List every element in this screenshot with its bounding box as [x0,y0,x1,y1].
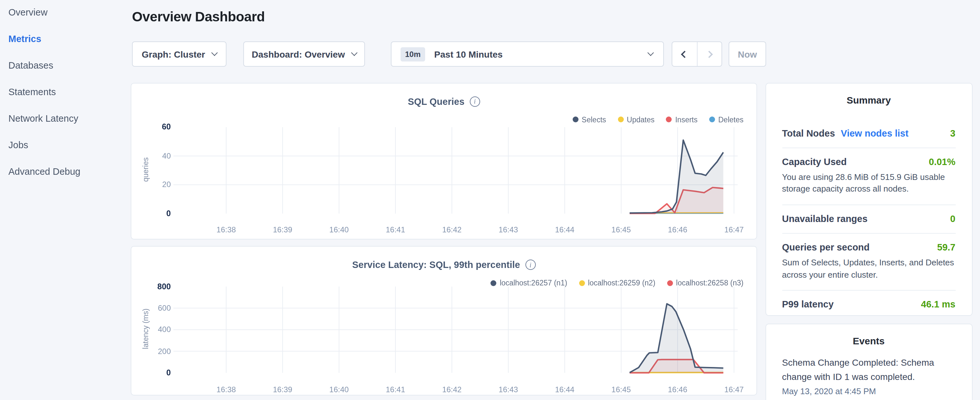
dashboard-label: Dashboard: Overview [252,49,345,59]
sidebar-item-network-latency[interactable]: Network Latency [8,114,131,123]
x-axis-tick: 16:39 [263,225,302,234]
summary-row-queries-per-second: Queries per second 59.7 Sum of Selects, … [782,233,955,290]
sidebar: Overview Metrics Databases Statements Ne… [0,0,131,400]
event-text: Schema Change Completed: Schema change w… [782,356,955,384]
summary-panel: Summary Total Nodes View nodes list 3 Ca… [765,83,972,316]
sidebar-nav: Overview Metrics Databases Statements Ne… [0,0,131,176]
chevron-left-icon [681,51,688,58]
summary-row-p99-latency: P99 latency 46.1 ms [782,290,955,319]
y-axis-tick: 20 [145,180,171,189]
x-axis-tick: 16:45 [602,225,641,234]
overview-dashboard-page: Overview Metrics Databases Statements Ne… [0,0,980,400]
summary-row-total-nodes: Total Nodes View nodes list 3 [782,120,955,147]
x-axis-tick: 16:42 [433,385,471,394]
page-title: Overview Dashboard [132,9,265,25]
sidebar-item-statements[interactable]: Statements [8,88,131,96]
x-axis-tick: 16:47 [715,225,754,234]
prev-range-button[interactable] [672,42,697,66]
summary-description: Sum of Selects, Updates, Inserts, and De… [782,257,955,281]
sidebar-item-jobs[interactable]: Jobs [8,140,131,150]
chart-canvas[interactable] [131,83,758,240]
summary-label: Total Nodes [782,128,835,138]
summary-label: P99 latency [782,300,834,310]
x-axis-tick: 16:40 [320,385,358,394]
service-latency-chart-card: Service Latency: SQL, 99th percentile i … [131,246,757,395]
y-axis-tick: 400 [145,325,171,334]
dashboard-dropdown[interactable]: Dashboard: Overview [243,41,365,67]
x-axis-tick: 16:39 [263,385,302,394]
y-axis-tick: 60 [145,122,171,131]
event-list-item[interactable]: Schema Change Completed: Schema change w… [782,356,955,397]
y-axis-tick: 800 [145,282,171,291]
summary-label: Capacity Used [782,156,847,167]
now-button[interactable]: Now [729,41,766,67]
x-axis-tick: 16:41 [376,385,415,394]
y-axis-tick: 600 [145,304,171,312]
summary-value: 0 [950,214,955,224]
x-axis-tick: 16:44 [545,225,584,234]
chevron-right-icon [706,51,713,58]
next-range-button[interactable] [697,42,721,66]
chart-canvas[interactable] [131,247,758,396]
summary-label: Queries per second [782,242,870,252]
y-axis-tick: 0 [145,368,171,377]
summary-value: 3 [950,128,955,138]
time-step-buttons [672,41,722,67]
y-axis-tick: 0 [145,209,171,218]
events-panel: Events Schema Change Completed: Schema c… [765,324,972,400]
time-range-label: Past 10 Minutes [434,49,503,59]
summary-value: 46.1 ms [921,300,955,310]
sidebar-item-metrics[interactable]: Metrics [8,34,131,43]
summary-title: Summary [782,94,955,105]
x-axis-tick: 16:43 [489,225,528,234]
summary-description: You are using 28.6 MiB of 515.9 GiB usab… [782,171,955,196]
graph-scope-label: Graph: Cluster [142,49,205,59]
summary-row-capacity-used: Capacity Used 0.01% You are using 28.6 M… [782,147,955,204]
time-range-badge: 10m [401,47,425,61]
sidebar-item-databases[interactable]: Databases [8,61,131,70]
x-axis-tick: 16:38 [207,385,245,394]
y-axis-tick: 40 [145,151,171,160]
x-axis-tick: 16:43 [489,385,528,394]
graph-scope-dropdown[interactable]: Graph: Cluster [132,41,226,67]
x-axis-tick: 16:42 [433,225,471,234]
x-axis-tick: 16:46 [658,385,697,394]
x-axis-tick: 16:47 [715,385,754,394]
summary-value: 0.01% [929,156,955,167]
chevron-down-icon [648,49,654,56]
chevron-down-icon [351,49,358,56]
x-axis-tick: 16:40 [320,225,358,234]
summary-label: Unavailable ranges [782,214,867,224]
sql-queries-chart-card: SQL Queries i SelectsUpdatesInsertsDelet… [131,83,757,239]
sidebar-item-overview[interactable]: Overview [8,8,131,17]
chevron-down-icon [211,49,218,56]
x-axis-tick: 16:38 [207,225,245,234]
summary-value: 59.7 [937,242,955,252]
event-timestamp: May 13, 2020 at 4:45 PM [782,387,955,397]
view-nodes-list-link[interactable]: View nodes list [841,128,908,138]
time-range-dropdown[interactable]: 10m Past 10 Minutes [391,41,664,67]
x-axis-tick: 16:44 [545,385,584,394]
sidebar-item-advanced-debug[interactable]: Advanced Debug [8,167,131,176]
controls-bar: Graph: Cluster Dashboard: Overview 10m P… [132,41,844,67]
events-title: Events [782,335,955,346]
x-axis-tick: 16:46 [658,225,697,234]
x-axis-tick: 16:45 [602,385,641,394]
summary-row-unavailable-ranges: Unavailable ranges 0 [782,204,955,233]
x-axis-tick: 16:41 [376,225,415,234]
y-axis-tick: 200 [145,347,171,356]
